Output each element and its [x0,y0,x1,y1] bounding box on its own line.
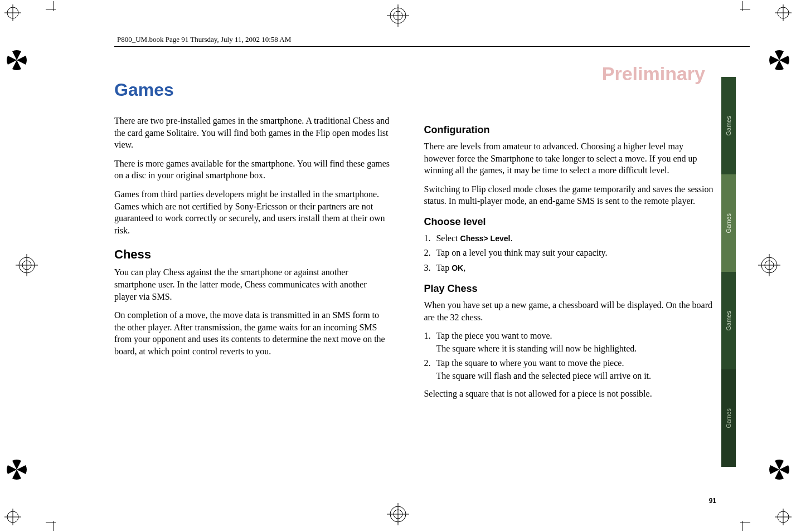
side-tab-label: Games [725,116,732,135]
corner-mark-tl [4,4,21,23]
side-tab: Games [721,174,736,272]
side-tab: Games [721,369,736,467]
crop-tick [54,1,54,11]
ui-label: OK [452,263,463,272]
steps-list: Select Chess> Level. Tap on a level you … [424,232,716,274]
subsection-heading-play-chess: Play Chess [424,283,716,295]
left-column: Games There are two pre-installed games … [114,80,390,406]
list-item: Tap the piece you want to move. The squa… [424,330,716,355]
page-number: 91 [709,497,716,505]
corner-mark-bl [4,509,21,528]
side-tab: Games [721,272,736,369]
crop-tick [54,521,54,531]
running-header: P800_UM.book Page 91 Thursday, July 11, … [117,35,291,44]
corner-mark-tr [775,4,792,23]
list-item: Tap on a level you think may suit your c… [424,247,716,259]
reg-mark-right [758,254,780,279]
reg-mark-left [16,254,38,279]
header-rule [114,46,750,47]
fan-mark-tl [7,50,27,72]
body-paragraph: There are two pre-installed games in the… [114,115,390,151]
list-item: Tap the square to where you want to move… [424,357,716,382]
fan-mark-br [769,460,789,482]
body-paragraph: On completion of a move, the move data i… [114,309,390,357]
body-paragraph: There are levels from amateur to advance… [424,140,716,177]
side-tab-label: Games [725,311,732,330]
crop-tick [46,523,56,523]
body-paragraph: You can play Chess against the the smart… [114,266,390,302]
subsection-heading-configuration: Configuration [424,124,716,136]
crop-tick [742,1,742,11]
side-tabs: Games Games Games Games [721,77,736,467]
ui-label: Chess> Level [460,234,511,243]
fan-mark-bl [7,460,27,482]
crop-tick [46,9,56,9]
fan-mark-tr [769,50,789,72]
body-paragraph: Selecting a square that is not allowed f… [424,388,716,400]
crop-tick [742,521,742,531]
body-paragraph: There is more games available for the sm… [114,158,390,182]
side-tab-label: Games [725,408,732,428]
right-column: Configuration There are levels from amat… [424,80,716,406]
body-paragraph: When you have set up a new game, a chess… [424,299,716,323]
body-paragraph: Switching to Flip closed mode closes the… [424,183,716,207]
page-title: Games [114,80,390,100]
section-heading-chess: Chess [114,247,390,262]
corner-mark-br [775,509,792,528]
side-tab: Games [721,77,736,174]
steps-list: Tap the piece you want to move. The squa… [424,330,716,382]
side-tab-label: Games [725,213,732,233]
subsection-heading-choose-level: Choose level [424,216,716,228]
body-paragraph: Games from third parties developers migh… [114,188,390,236]
list-item: Tap OK, [424,262,716,274]
list-item: Select Chess> Level. [424,232,716,245]
